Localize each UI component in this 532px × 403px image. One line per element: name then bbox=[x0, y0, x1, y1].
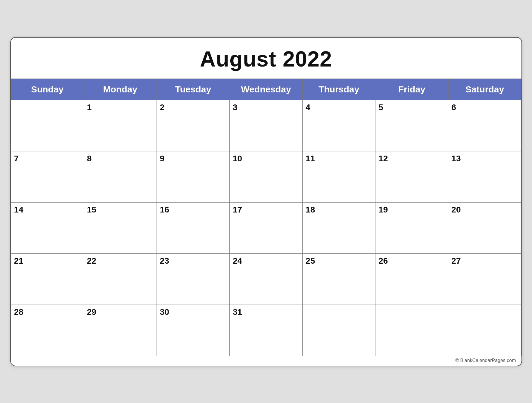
day-cell-23: 23 bbox=[157, 253, 229, 305]
day-header-friday: Friday bbox=[375, 79, 448, 100]
day-cell-3: 3 bbox=[229, 100, 302, 151]
day-cell-2: 2 bbox=[157, 100, 229, 151]
calendar-container: August 2022 SundayMondayTuesdayWednesday… bbox=[10, 37, 522, 366]
day-cell-15: 15 bbox=[84, 202, 157, 253]
day-cell-13: 13 bbox=[448, 151, 521, 202]
day-cell-11: 11 bbox=[303, 151, 375, 202]
week-row-4: 21222324252627 bbox=[11, 253, 521, 305]
empty-cell bbox=[375, 305, 448, 356]
day-header-tuesday: Tuesday bbox=[157, 79, 229, 100]
day-cell-22: 22 bbox=[84, 253, 157, 305]
day-cell-29: 29 bbox=[84, 305, 157, 356]
day-cell-14: 14 bbox=[11, 202, 84, 253]
day-cell-31: 31 bbox=[229, 305, 302, 356]
day-cell-8: 8 bbox=[84, 151, 157, 202]
day-cell-27: 27 bbox=[448, 253, 521, 305]
day-cell-26: 26 bbox=[375, 253, 448, 305]
day-cell-7: 7 bbox=[11, 151, 84, 202]
day-cell-25: 25 bbox=[303, 253, 375, 305]
day-cell-4: 4 bbox=[303, 100, 375, 151]
day-cell-6: 6 bbox=[448, 100, 521, 151]
day-cell-17: 17 bbox=[229, 202, 302, 253]
day-headers-row: SundayMondayTuesdayWednesdayThursdayFrid… bbox=[11, 79, 521, 100]
day-header-monday: Monday bbox=[84, 79, 157, 100]
day-cell-5: 5 bbox=[375, 100, 448, 151]
day-cell-18: 18 bbox=[303, 202, 375, 253]
calendar-grid: SundayMondayTuesdayWednesdayThursdayFrid… bbox=[11, 79, 521, 356]
day-cell-12: 12 bbox=[375, 151, 448, 202]
day-header-wednesday: Wednesday bbox=[229, 79, 302, 100]
day-header-sunday: Sunday bbox=[11, 79, 84, 100]
week-row-5: 28293031 bbox=[11, 305, 521, 356]
day-cell-30: 30 bbox=[157, 305, 229, 356]
empty-cell bbox=[11, 100, 84, 151]
calendar-title: August 2022 bbox=[11, 38, 521, 79]
empty-cell bbox=[448, 305, 521, 356]
day-header-saturday: Saturday bbox=[448, 79, 521, 100]
day-header-thursday: Thursday bbox=[303, 79, 375, 100]
watermark: © BlankCalendarPages.com bbox=[11, 356, 521, 366]
week-row-1: 123456 bbox=[11, 100, 521, 151]
day-cell-20: 20 bbox=[448, 202, 521, 253]
empty-cell bbox=[303, 305, 375, 356]
week-row-3: 14151617181920 bbox=[11, 202, 521, 253]
day-cell-19: 19 bbox=[375, 202, 448, 253]
day-cell-16: 16 bbox=[157, 202, 229, 253]
day-cell-10: 10 bbox=[229, 151, 302, 202]
day-cell-1: 1 bbox=[84, 100, 157, 151]
week-row-2: 78910111213 bbox=[11, 151, 521, 202]
day-cell-24: 24 bbox=[229, 253, 302, 305]
day-cell-21: 21 bbox=[11, 253, 84, 305]
day-cell-28: 28 bbox=[11, 305, 84, 356]
day-cell-9: 9 bbox=[157, 151, 229, 202]
